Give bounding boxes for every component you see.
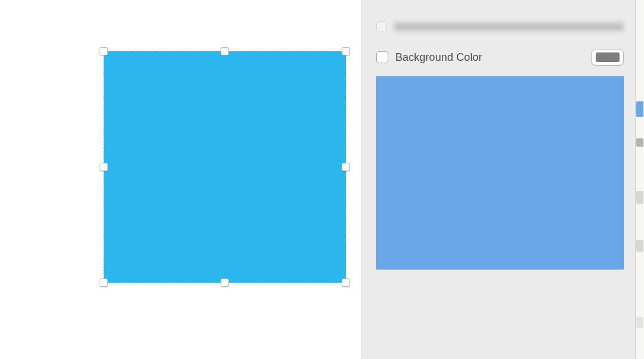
scroll-strip-mark [636, 138, 643, 147]
background-color-label: Background Color [395, 51, 584, 64]
background-color-swatch-fill [596, 52, 620, 62]
scroll-strip-mark [636, 317, 643, 328]
truncated-checkbox[interactable] [376, 21, 387, 32]
canvas-area[interactable] [0, 0, 361, 359]
background-color-swatch[interactable] [592, 49, 624, 66]
resize-handle-top-middle[interactable] [221, 47, 229, 55]
truncated-label [394, 23, 624, 31]
resize-handle-bottom-left[interactable] [100, 278, 108, 287]
resize-handle-middle-left[interactable] [100, 163, 108, 171]
background-color-row: Background Color [376, 47, 624, 68]
scroll-strip-mark [636, 101, 643, 117]
app-root: Background Color [0, 0, 644, 359]
slice-preview [376, 76, 624, 270]
scroll-strip-mark [636, 240, 643, 252]
resize-handle-top-left[interactable] [100, 47, 108, 55]
resize-handle-middle-right[interactable] [342, 163, 350, 171]
inspector-panel: Background Color [361, 0, 644, 359]
artboard-fill[interactable] [104, 51, 346, 283]
resize-handle-bottom-middle[interactable] [221, 278, 229, 287]
inspector-row-truncated [376, 19, 624, 35]
scroll-strip-mark [636, 191, 643, 204]
resize-handle-top-right[interactable] [342, 47, 350, 55]
background-color-checkbox[interactable] [376, 51, 388, 63]
resize-handle-bottom-right[interactable] [342, 278, 350, 287]
selected-artboard[interactable] [104, 51, 346, 283]
